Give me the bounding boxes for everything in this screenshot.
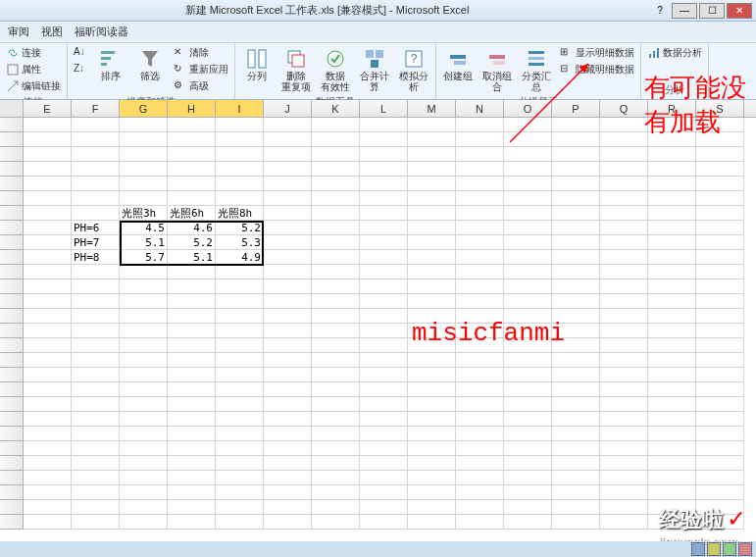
cell[interactable] <box>456 191 504 206</box>
cell[interactable] <box>312 191 360 206</box>
cell[interactable] <box>600 427 648 441</box>
cell[interactable] <box>216 279 264 294</box>
cell[interactable] <box>552 338 600 353</box>
cell[interactable] <box>168 279 216 294</box>
cell[interactable] <box>648 235 696 250</box>
cell[interactable] <box>24 235 72 250</box>
cell[interactable] <box>264 118 312 132</box>
cell[interactable] <box>360 294 408 309</box>
cell[interactable] <box>120 177 168 191</box>
cell[interactable] <box>168 471 216 485</box>
cell[interactable] <box>168 456 216 471</box>
cell[interactable] <box>600 324 648 338</box>
tab-addin[interactable]: 福昕阅读器 <box>75 25 128 39</box>
cell[interactable] <box>264 471 312 485</box>
cell[interactable] <box>456 441 504 456</box>
column-header-O[interactable]: O <box>504 100 552 117</box>
cell[interactable] <box>648 221 696 235</box>
cell[interactable] <box>456 427 504 441</box>
cell[interactable] <box>120 132 168 147</box>
cell[interactable] <box>72 382 120 397</box>
cell[interactable] <box>264 221 312 235</box>
connections-button[interactable]: 连接 <box>4 45 63 61</box>
cell[interactable] <box>360 279 408 294</box>
cell[interactable] <box>312 471 360 485</box>
cell[interactable] <box>24 382 72 397</box>
cell[interactable] <box>72 397 120 412</box>
cell[interactable] <box>648 279 696 294</box>
tab-view[interactable]: 视图 <box>41 25 63 39</box>
cell[interactable] <box>72 265 120 279</box>
cell[interactable] <box>360 338 408 353</box>
cell[interactable] <box>120 397 168 412</box>
cell[interactable] <box>168 427 216 441</box>
cell[interactable] <box>72 206 120 221</box>
cell[interactable] <box>120 500 168 515</box>
cell[interactable] <box>504 250 552 265</box>
cell[interactable] <box>600 368 648 382</box>
cell[interactable]: 5.7 <box>120 250 168 265</box>
cell[interactable] <box>168 338 216 353</box>
cell[interactable] <box>552 500 600 515</box>
cell[interactable] <box>600 338 648 353</box>
cell[interactable]: 5.1 <box>168 250 216 265</box>
column-header-K[interactable]: K <box>312 100 360 117</box>
cell[interactable] <box>696 368 744 382</box>
cell[interactable] <box>216 412 264 427</box>
row-header[interactable] <box>0 147 24 162</box>
cell[interactable] <box>168 485 216 500</box>
cell[interactable] <box>648 294 696 309</box>
cell[interactable] <box>600 500 648 515</box>
cell[interactable] <box>600 279 648 294</box>
cell[interactable] <box>648 147 696 162</box>
cell[interactable] <box>648 485 696 500</box>
column-header-N[interactable]: N <box>456 100 504 117</box>
cell[interactable] <box>312 265 360 279</box>
cell[interactable] <box>216 177 264 191</box>
sort-az-button[interactable]: A↓ <box>72 45 89 61</box>
row-header[interactable] <box>0 353 24 368</box>
close-button[interactable]: ✕ <box>727 3 752 19</box>
cell[interactable] <box>216 485 264 500</box>
tray-icon[interactable] <box>738 542 752 556</box>
row-header[interactable] <box>0 265 24 279</box>
cell[interactable] <box>504 456 552 471</box>
cell[interactable] <box>264 250 312 265</box>
cell[interactable] <box>600 309 648 324</box>
cell[interactable] <box>312 368 360 382</box>
cell[interactable] <box>696 191 744 206</box>
cell[interactable] <box>72 456 120 471</box>
cell[interactable] <box>456 471 504 485</box>
cell[interactable] <box>696 265 744 279</box>
cell[interactable] <box>648 427 696 441</box>
cell[interactable] <box>312 177 360 191</box>
cell[interactable]: 4.5 <box>120 221 168 235</box>
cell[interactable] <box>408 294 456 309</box>
cell[interactable] <box>360 324 408 338</box>
column-header-R[interactable]: R <box>648 100 696 117</box>
cell[interactable]: 4.9 <box>216 250 264 265</box>
cell[interactable] <box>552 177 600 191</box>
cell[interactable] <box>408 412 456 427</box>
cell[interactable] <box>408 147 456 162</box>
cell[interactable] <box>168 294 216 309</box>
cell[interactable] <box>504 132 552 147</box>
row-header[interactable] <box>0 471 24 485</box>
cell[interactable] <box>504 471 552 485</box>
cell[interactable] <box>120 162 168 177</box>
cell[interactable] <box>552 353 600 368</box>
row-header[interactable] <box>0 294 24 309</box>
cell[interactable] <box>552 456 600 471</box>
cell[interactable] <box>504 221 552 235</box>
cell[interactable] <box>696 412 744 427</box>
cell[interactable] <box>696 427 744 441</box>
cell[interactable] <box>552 235 600 250</box>
cell[interactable] <box>264 397 312 412</box>
row-header[interactable] <box>0 250 24 265</box>
cell[interactable] <box>552 118 600 132</box>
cell[interactable] <box>600 456 648 471</box>
cell[interactable] <box>456 132 504 147</box>
cell[interactable] <box>168 162 216 177</box>
cell[interactable] <box>24 162 72 177</box>
cell[interactable] <box>168 265 216 279</box>
